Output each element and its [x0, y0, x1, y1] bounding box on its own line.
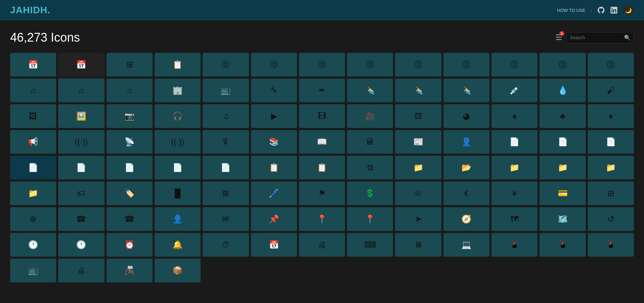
- zero-box-icon[interactable]: ⓪: [588, 53, 634, 77]
- pacman-icon[interactable]: ◕: [443, 104, 489, 128]
- clipboard-icon[interactable]: 📋: [155, 53, 201, 77]
- list-view-button[interactable]: ☰ 1: [555, 33, 562, 42]
- contact-card-icon[interactable]: 👤: [443, 130, 489, 154]
- clock-alt-icon[interactable]: 🕐: [58, 233, 104, 257]
- map-fold-icon[interactable]: 🗺️: [539, 207, 585, 231]
- pen-alt-icon[interactable]: ✒️: [347, 79, 393, 102]
- stopwatch-icon[interactable]: ⏱: [203, 233, 249, 257]
- navigation-icon[interactable]: ➤: [395, 207, 441, 231]
- music-note-icon[interactable]: ♫: [203, 104, 249, 128]
- tablet-alt-icon[interactable]: 📱: [588, 233, 634, 257]
- dark-mode-toggle[interactable]: 🌙: [623, 5, 634, 16]
- scanner-icon[interactable]: 🖨: [58, 259, 104, 282]
- zero-alt2-icon[interactable]: ⓪: [347, 53, 393, 77]
- zero-circle-icon[interactable]: ⓪: [203, 53, 249, 77]
- calendar2-icon[interactable]: 📅: [251, 233, 297, 257]
- home-icon[interactable]: ⌂: [10, 79, 56, 102]
- clock-icon[interactable]: 🕐: [10, 233, 56, 257]
- github-icon[interactable]: [597, 6, 605, 14]
- tablet-icon[interactable]: 📱: [539, 233, 585, 257]
- paint-roller-icon[interactable]: 🖌: [588, 79, 634, 102]
- folder-up-icon[interactable]: 📁: [491, 156, 537, 179]
- map-icon[interactable]: 🗺: [491, 207, 537, 231]
- megaphone-icon[interactable]: 📢: [10, 130, 56, 154]
- document-text-icon[interactable]: 📄: [588, 130, 634, 154]
- document-play-icon[interactable]: 📄: [107, 156, 153, 179]
- phone-down-icon[interactable]: ☎: [107, 207, 153, 231]
- club-icon[interactable]: ♣: [539, 104, 585, 128]
- microphone-icon[interactable]: 🎙: [203, 130, 249, 154]
- location-pin-icon[interactable]: 📍: [299, 207, 345, 231]
- folder-music-icon[interactable]: 📁: [10, 181, 56, 205]
- copyright-icon[interactable]: ©: [395, 181, 441, 205]
- zero-circle2-icon[interactable]: ⓪: [491, 53, 537, 77]
- film-strip-icon[interactable]: 🎞: [299, 104, 345, 128]
- mobile-icon[interactable]: 📱: [491, 233, 537, 257]
- desktop-icon[interactable]: 🖥: [395, 233, 441, 257]
- zero-solid-icon[interactable]: ⓪: [395, 53, 441, 77]
- folder-lock-icon[interactable]: 📁: [539, 156, 585, 179]
- linkedin-icon[interactable]: [610, 6, 618, 14]
- laptop-icon[interactable]: 💻: [443, 233, 489, 257]
- search-button[interactable]: 🔍: [624, 35, 631, 41]
- tag-icon[interactable]: 🏷: [58, 181, 104, 205]
- pencil-icon[interactable]: ✎: [251, 79, 297, 102]
- library-icon[interactable]: 🏛: [347, 130, 393, 154]
- zero-variant-icon[interactable]: ⓪: [443, 53, 489, 77]
- image-alt-icon[interactable]: 🖼️: [58, 104, 104, 128]
- pen-tip-icon[interactable]: ✒️: [443, 79, 489, 102]
- dropper-icon[interactable]: 💉: [491, 79, 537, 102]
- target-icon[interactable]: ⊕: [10, 207, 56, 231]
- grid-icon[interactable]: ⊞: [107, 53, 153, 77]
- document-info-icon[interactable]: 📄: [203, 156, 249, 179]
- dice-icon[interactable]: ⚄: [395, 104, 441, 128]
- dollar-circle-icon[interactable]: 💲: [347, 181, 393, 205]
- euro-icon[interactable]: €: [443, 181, 489, 205]
- broadcast-icon[interactable]: ((·)): [155, 130, 201, 154]
- layers-icon[interactable]: ⧉: [347, 156, 393, 179]
- printer-icon[interactable]: 🖨: [299, 233, 345, 257]
- ink-drop-icon[interactable]: 💧: [539, 79, 585, 102]
- label-icon[interactable]: 🖊️: [251, 181, 297, 205]
- camera-icon[interactable]: 📷: [107, 104, 153, 128]
- document-alt-icon[interactable]: 📄: [539, 130, 585, 154]
- calendar-icon[interactable]: 📅: [58, 53, 104, 77]
- tv-icon[interactable]: 📺: [10, 259, 56, 282]
- folder-icon[interactable]: 📁: [395, 156, 441, 179]
- folder-open-icon[interactable]: 📂: [443, 156, 489, 179]
- compass-icon[interactable]: 🧭: [443, 207, 489, 231]
- table-icon[interactable]: ⊞: [588, 181, 634, 205]
- history-icon[interactable]: ↺: [588, 207, 634, 231]
- home-outline-icon[interactable]: ⌂: [107, 79, 153, 102]
- keyboard-icon[interactable]: ⌨: [347, 233, 393, 257]
- document-zip-icon[interactable]: 📄: [155, 156, 201, 179]
- pen-nib-icon[interactable]: ✒️: [395, 79, 441, 102]
- copy-icon[interactable]: 📋: [251, 156, 297, 179]
- wifi-icon[interactable]: ((·)): [58, 130, 104, 154]
- building-icon[interactable]: 🏢: [155, 79, 201, 102]
- how-to-use-link[interactable]: HOW TO USE: [557, 8, 585, 13]
- play-icon[interactable]: ▶: [251, 104, 297, 128]
- flag-icon[interactable]: ⚑: [299, 181, 345, 205]
- spade-icon[interactable]: ♠: [491, 104, 537, 128]
- home-filled-icon[interactable]: ⌂: [58, 79, 104, 102]
- zero-alt-icon[interactable]: ⓪: [299, 53, 345, 77]
- document-icon[interactable]: 📄: [491, 130, 537, 154]
- calendar-add-icon[interactable]: 📅: [10, 53, 56, 77]
- credit-card-icon[interactable]: 💳: [539, 181, 585, 205]
- pen-icon[interactable]: ✒: [299, 79, 345, 102]
- image-icon[interactable]: 🖼: [10, 104, 56, 128]
- pin-icon[interactable]: 📌: [251, 207, 297, 231]
- location-pin-alt-icon[interactable]: 📍: [347, 207, 393, 231]
- mail-icon[interactable]: ✉: [203, 207, 249, 231]
- zero-outline-icon[interactable]: ⓪: [251, 53, 297, 77]
- document-image-icon[interactable]: 📄: [10, 156, 56, 179]
- bell-icon[interactable]: 🔔: [155, 233, 201, 257]
- fax-icon[interactable]: 📠: [107, 259, 153, 282]
- antenna-icon[interactable]: 📡: [107, 130, 153, 154]
- qr-code-icon[interactable]: ⊞: [203, 181, 249, 205]
- tags-icon[interactable]: 🏷️: [107, 181, 153, 205]
- video-camera-icon[interactable]: 🎥: [347, 104, 393, 128]
- zero-square-icon[interactable]: ⓪: [539, 53, 585, 77]
- diamond-icon[interactable]: ♦: [588, 104, 634, 128]
